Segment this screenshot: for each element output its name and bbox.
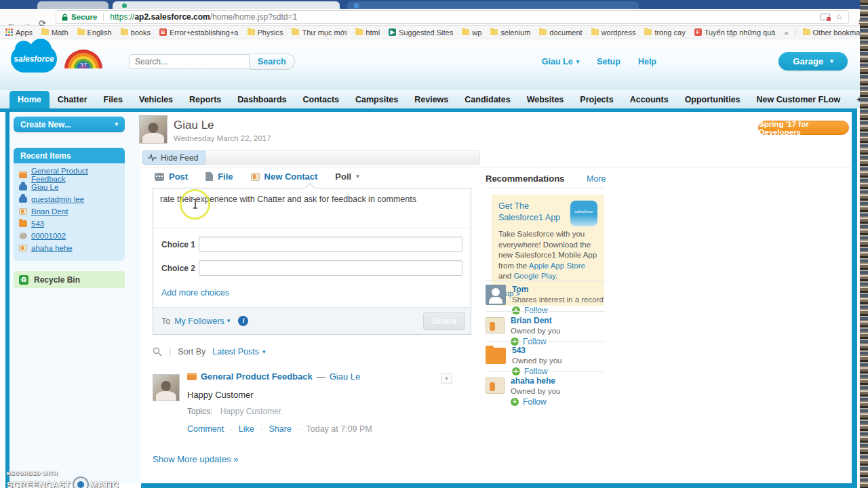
google-play-link[interactable]: Google Play xyxy=(513,272,555,280)
choice2-input[interactable] xyxy=(199,260,462,276)
publisher-tab-poll[interactable]: Poll xyxy=(335,171,359,182)
tab-contacts[interactable]: Contacts xyxy=(295,91,347,108)
user-menu[interactable]: Giau Le xyxy=(542,57,579,66)
post-timestamp[interactable]: Today at 7:09 PM xyxy=(307,424,372,434)
save-page-icon[interactable] xyxy=(821,14,830,20)
divider xyxy=(139,167,851,167)
apple-app-store-link[interactable]: Apple App Store xyxy=(529,262,585,270)
recent-item[interactable]: General Product Feedback xyxy=(19,169,119,181)
folder-icon xyxy=(803,29,810,35)
address-bar[interactable]: Secure https://ap2.salesforce.com/home/h… xyxy=(56,10,849,24)
app-card-title-link[interactable]: Get The Salesforce1 App xyxy=(498,201,566,224)
post-author-link[interactable]: Giau Le xyxy=(330,371,361,382)
other-bookmarks[interactable]: Other bookmarks xyxy=(803,28,868,37)
comment-action[interactable]: Comment xyxy=(187,424,224,434)
tab-opportunities[interactable]: Opportunities xyxy=(677,91,749,108)
bookmark-item[interactable]: selenium xyxy=(490,28,530,37)
tab-home[interactable]: Home xyxy=(9,91,50,108)
share-action[interactable]: Share xyxy=(269,424,291,434)
show-more-updates-link[interactable]: Show More updates » xyxy=(153,454,238,464)
bookmark-item[interactable]: html xyxy=(355,28,380,37)
share-button-disabled[interactable]: Share xyxy=(423,312,465,330)
tab-vehicles[interactable]: Vehicles xyxy=(131,91,181,108)
tab-chatter[interactable]: Chatter xyxy=(50,91,96,108)
browser-tab-active[interactable] xyxy=(113,1,340,9)
audience-selector[interactable]: My Followers xyxy=(174,317,230,326)
screencast-o-matic-logo xyxy=(73,476,89,488)
search-icon[interactable] xyxy=(153,347,162,357)
tab-websites[interactable]: Websites xyxy=(519,91,572,108)
bookmark-item[interactable]: Physics xyxy=(248,28,283,37)
tab-new-customer-flow[interactable]: New Customer FLow xyxy=(749,91,849,108)
tab-accounts[interactable]: Accounts xyxy=(622,91,677,108)
tab-reports[interactable]: Reports xyxy=(181,91,229,108)
person-icon xyxy=(19,184,27,190)
tab-campsites[interactable]: Campsites xyxy=(347,91,406,108)
recommendations-more-link[interactable]: More xyxy=(587,174,606,184)
post-group-link[interactable]: General Product Feedback xyxy=(201,371,313,382)
suggestion-name-link[interactable]: ahaha hehe xyxy=(511,376,561,386)
browser-tab[interactable] xyxy=(347,1,639,9)
bookmark-item[interactable]: ▶Suggested Sites xyxy=(389,28,453,37)
bookmark-star-icon[interactable]: ☆ xyxy=(835,12,843,22)
follow-button[interactable]: +Follow xyxy=(511,397,561,407)
bookmark-item[interactable]: Math xyxy=(41,28,68,37)
search-button[interactable]: Search xyxy=(250,54,295,70)
choice1-input[interactable] xyxy=(199,237,462,252)
post-menu-button[interactable]: ▾ xyxy=(441,373,452,384)
suggestion-name-link[interactable]: Tom xyxy=(512,285,604,294)
hide-feed-button[interactable]: Hide Feed xyxy=(142,150,205,165)
recycle-bin[interactable]: ♻Recycle Bin xyxy=(14,271,125,288)
recent-item[interactable]: guestadmin lee xyxy=(19,193,119,205)
suggestion-name-link[interactable]: 543 xyxy=(512,346,562,355)
bookmark-item[interactable]: wordpress xyxy=(591,28,636,37)
recent-item[interactable]: 543 xyxy=(19,218,119,230)
topic-tag[interactable]: Happy Customer xyxy=(220,407,281,416)
global-search-input[interactable] xyxy=(129,54,250,69)
help-link[interactable]: Help xyxy=(638,57,656,66)
suggestion-name-link[interactable]: Brian Dent xyxy=(511,316,561,325)
bookmark-item[interactable]: wp xyxy=(462,28,481,37)
tab-files[interactable]: Files xyxy=(96,91,132,108)
bookmark-item[interactable]: books xyxy=(121,28,151,37)
profile-photo[interactable] xyxy=(139,115,167,144)
composer-footer: To My Followers i Share xyxy=(153,307,471,334)
tab-reviews[interactable]: Reviews xyxy=(406,91,456,108)
bookmarks-overflow-chevron[interactable]: » xyxy=(784,28,788,37)
secure-chip[interactable]: Secure xyxy=(62,13,97,21)
tab-candidates[interactable]: Candidates xyxy=(456,91,518,108)
chevron-down-icon xyxy=(262,349,266,355)
publisher-tab-file[interactable]: File xyxy=(205,171,233,182)
bookmark-item[interactable]: document xyxy=(539,28,582,37)
setup-link[interactable]: Setup xyxy=(597,57,620,66)
tab-projects[interactable]: Projects xyxy=(572,91,621,108)
recent-item[interactable]: Brian Dent xyxy=(19,205,119,218)
bookmark-item[interactable]: trong cay xyxy=(644,28,685,37)
create-new-button[interactable]: Create New... xyxy=(14,117,125,132)
add-more-choices-link[interactable]: Add more choices xyxy=(161,288,229,298)
bookmark-item[interactable]: Thư mục mới xyxy=(292,28,347,37)
chevron-down-icon xyxy=(830,58,833,64)
separator: — xyxy=(317,371,326,382)
apps-shortcut[interactable]: Apps xyxy=(5,28,33,37)
recommendations-title: Recommendations xyxy=(486,174,564,184)
info-icon[interactable]: i xyxy=(238,316,248,326)
chevron-down-icon xyxy=(115,121,118,127)
app-menu[interactable]: Garage xyxy=(778,52,848,70)
bookmark-item[interactable]: English xyxy=(77,28,112,37)
tab-dashboards[interactable]: Dashboards xyxy=(229,91,294,108)
publisher-tab-post[interactable]: Post xyxy=(155,171,188,182)
bookmark-item[interactable]: FTuyển tập những quà xyxy=(694,28,776,37)
publisher-tab-new-contact[interactable]: New Contact xyxy=(251,171,318,182)
release-banner-button[interactable]: Spring '17 for Developers xyxy=(758,121,849,135)
recent-item[interactable]: ahaha hehe xyxy=(19,242,119,254)
folder-icon xyxy=(591,29,599,35)
sort-selector[interactable]: Latest Posts xyxy=(212,347,265,357)
recent-item[interactable]: 00001002 xyxy=(19,230,119,242)
bookmark-item[interactable]: BError+establishing+a xyxy=(159,28,239,37)
screen-recorder-watermark: RECORDED WITH SCREENCASTMATIC xyxy=(7,470,119,488)
browser-tab[interactable] xyxy=(37,1,108,9)
post-author-avatar[interactable] xyxy=(153,374,180,401)
like-action[interactable]: Like xyxy=(239,424,254,434)
divider: | xyxy=(169,347,171,357)
